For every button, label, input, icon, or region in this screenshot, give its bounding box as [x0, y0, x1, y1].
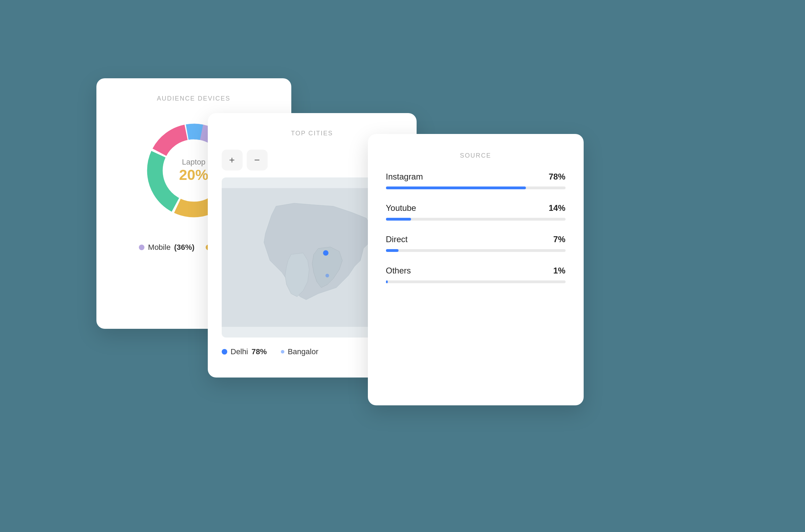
instagram-name: Instagram: [386, 172, 423, 182]
delhi-legend-item: Delhi 78%: [222, 347, 267, 356]
others-bar-fill: [386, 280, 388, 283]
source-card-title: SOURCE: [386, 152, 566, 159]
delhi-pct: 78%: [252, 347, 267, 356]
donut-center-label: Laptop 20%: [179, 158, 208, 183]
legend-mobile-label: Mobile: [148, 243, 171, 252]
source-item-youtube: Youtube 14%: [386, 203, 566, 221]
youtube-pct: 14%: [548, 203, 565, 213]
source-item-direct: Direct 7%: [386, 235, 566, 252]
source-list: Instagram 78% Youtube 14% Direct: [386, 172, 566, 283]
donut-center-name: Laptop: [179, 158, 208, 167]
donut-center-pct: 20%: [179, 167, 208, 183]
delhi-legend-dot: [222, 349, 227, 355]
source-card: SOURCE Instagram 78% Youtube 14%: [368, 134, 584, 405]
delhi-name: Delhi: [231, 347, 248, 356]
bangalore-legend-item: Bangalor: [281, 347, 318, 356]
legend-item-mobile: Mobile (36%): [139, 243, 195, 252]
source-item-instagram: Instagram 78%: [386, 172, 566, 189]
source-item-others: Others 1%: [386, 266, 566, 283]
direct-bar-track: [386, 249, 566, 252]
bangalore-legend-dot: [281, 350, 284, 354]
direct-bar-fill: [386, 249, 398, 252]
delhi-dot: [323, 250, 329, 256]
instagram-pct: 78%: [548, 172, 565, 182]
others-bar-track: [386, 280, 566, 283]
others-pct: 1%: [553, 266, 566, 276]
youtube-name: Youtube: [386, 203, 416, 213]
zoom-in-button[interactable]: +: [222, 150, 243, 170]
bangalore-name: Bangalor: [288, 347, 318, 356]
youtube-bar-fill: [386, 218, 411, 221]
legend-mobile-pct: (36%): [174, 243, 195, 252]
bangalore-dot: [325, 273, 329, 277]
zoom-out-button[interactable]: −: [247, 150, 268, 170]
devices-card-title: AUDIENCE DEVICES: [110, 95, 277, 102]
instagram-bar-fill: [386, 186, 526, 189]
direct-name: Direct: [386, 235, 408, 244]
youtube-bar-track: [386, 218, 566, 221]
instagram-bar-track: [386, 186, 566, 189]
mobile-dot: [139, 245, 144, 250]
others-name: Others: [386, 266, 411, 276]
direct-pct: 7%: [553, 235, 566, 244]
